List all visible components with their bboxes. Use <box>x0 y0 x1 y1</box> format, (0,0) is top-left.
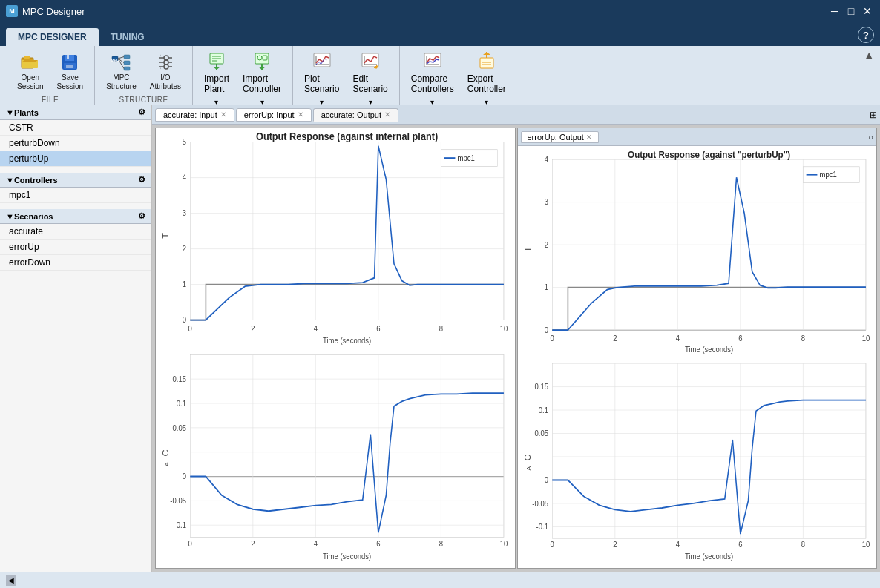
svg-text:0: 0 <box>544 326 548 334</box>
svg-text:4: 4 <box>544 155 548 164</box>
io-attributes-label: I/OAttributes <box>150 73 181 91</box>
svg-text:8: 8 <box>801 540 805 549</box>
svg-point-20 <box>164 60 168 65</box>
left-tab-errorup-input[interactable]: errorUp: Input ✕ <box>236 108 312 122</box>
structure-buttons: MPC MPCStructure <box>101 49 186 94</box>
svg-text:-0.05: -0.05 <box>170 496 186 505</box>
svg-text:0: 0 <box>183 316 186 325</box>
svg-text:6: 6 <box>738 540 743 549</box>
open-session-button[interactable]: OpenSession <box>12 49 49 94</box>
import-controller-split: ImportController ▾ <box>237 49 286 107</box>
tab-tuning[interactable]: TUNING <box>99 28 157 46</box>
plants-section-arrow: ▼ <box>6 108 14 117</box>
io-attributes-button[interactable]: ↑ ↓ I/OAttributes <box>145 49 186 94</box>
close-accurate-output[interactable]: ✕ <box>384 110 390 119</box>
plants-section-label: Plants <box>14 108 39 117</box>
svg-line-15 <box>118 59 124 69</box>
sidebar-item-errordown[interactable]: errorDown <box>0 255 151 271</box>
svg-text:1: 1 <box>183 280 186 289</box>
sidebar-item-mpc1[interactable]: mpc1 <box>0 188 151 203</box>
controllers-section-header[interactable]: ▼ Controllers ⚙ <box>0 173 151 188</box>
app-icon: M <box>6 5 18 17</box>
close-errorup-input[interactable]: ✕ <box>298 110 303 119</box>
svg-rect-131 <box>552 363 866 538</box>
controllers-section-arrow: ▼ <box>6 176 14 185</box>
svg-text:6: 6 <box>738 334 743 343</box>
svg-text:A: A <box>163 461 169 466</box>
svg-text:0: 0 <box>183 472 186 480</box>
save-session-label: SaveSession <box>57 73 84 91</box>
svg-text:0: 0 <box>550 540 554 549</box>
spacer2 <box>0 203 151 209</box>
toolbar-expand-button[interactable]: ▲ <box>864 49 874 61</box>
edit-scenario-button[interactable]: EditScenario <box>347 49 393 97</box>
svg-text:A: A <box>525 466 531 470</box>
svg-rect-11 <box>124 61 130 65</box>
save-icon <box>59 52 80 73</box>
right-tab-errorup-output[interactable]: errorUp: Output ✕ <box>521 131 599 143</box>
compare-controllers-button[interactable]: CompareControllers <box>406 49 459 97</box>
svg-text:3: 3 <box>183 209 186 218</box>
tab-mpc-designer[interactable]: MPC DESIGNER <box>6 28 99 46</box>
import-controller-button[interactable]: ImportController <box>237 49 286 97</box>
tab-bar-actions: ⊞ <box>870 110 877 120</box>
close-right-tab[interactable]: ✕ <box>586 133 592 141</box>
left-tab-accurate-output[interactable]: accurate: Output ✕ <box>313 108 398 122</box>
svg-text:2: 2 <box>251 539 255 548</box>
import-buttons: ImportPlant ▾ ImportControl <box>199 49 286 107</box>
svg-text:3: 3 <box>544 197 548 206</box>
sidebar-item-cstr[interactable]: CSTR <box>0 120 151 136</box>
svg-text:0.1: 0.1 <box>538 406 548 414</box>
svg-text:4: 4 <box>675 540 680 549</box>
tab-bar-menu-button[interactable]: ⊞ <box>870 110 877 120</box>
main-toolbar: OpenSession SaveSession FILE MPC <box>0 46 880 105</box>
svg-text:4: 4 <box>183 174 186 182</box>
mpc-structure-button[interactable]: MPC MPCStructure <box>101 49 142 94</box>
svg-text:2: 2 <box>613 334 617 343</box>
right-panel-menu[interactable]: ○ <box>868 133 873 142</box>
scenarios-section-gear[interactable]: ⚙ <box>138 211 145 221</box>
plot-scenario-button[interactable]: PlotScenario <box>299 49 344 97</box>
controllers-section-gear[interactable]: ⚙ <box>138 175 145 185</box>
export-controller-button[interactable]: ExportController <box>462 49 511 97</box>
plants-section-gear[interactable]: ⚙ <box>138 108 145 117</box>
import-controller-icon <box>252 52 272 73</box>
mpc-structure-icon: MPC <box>111 52 131 73</box>
spacer1 <box>0 167 151 173</box>
sidebar-item-errorup[interactable]: errorUp <box>0 240 151 255</box>
scenario-buttons: PlotScenario ▾ <box>299 49 393 107</box>
svg-text:4: 4 <box>314 324 318 333</box>
svg-text:0.05: 0.05 <box>172 423 186 432</box>
right-top-chart: Output Response (against "perturbUp") <box>521 151 874 357</box>
plants-section-header[interactable]: ▼ Plants ⚙ <box>0 105 151 120</box>
svg-text:2: 2 <box>544 240 548 249</box>
sidebar-item-perturbup[interactable]: perturbUp <box>0 151 151 167</box>
svg-text:10: 10 <box>861 540 870 549</box>
svg-text:↑: ↑ <box>160 53 161 57</box>
import-plant-button[interactable]: ImportPlant <box>199 49 234 97</box>
svg-text:0.05: 0.05 <box>534 429 548 437</box>
scenarios-section-header[interactable]: ▼ Scenarios ⚙ <box>0 209 151 224</box>
svg-rect-10 <box>124 55 130 59</box>
export-controller-label: ExportController <box>467 73 506 94</box>
tab-label-errorup-input: errorUp: Input <box>244 110 295 119</box>
minimize-button[interactable]: ─ <box>828 4 841 18</box>
status-scroll-left[interactable]: ◀ <box>6 575 16 586</box>
plot-scenario-icon <box>312 52 332 73</box>
close-accurate-input[interactable]: ✕ <box>220 110 226 119</box>
save-session-button[interactable]: SaveSession <box>52 49 89 94</box>
maximize-button[interactable]: □ <box>844 4 858 18</box>
tab-label-accurate-output: accurate: Output <box>321 110 381 119</box>
svg-rect-1 <box>24 56 30 59</box>
sidebar-item-accurate[interactable]: accurate <box>0 224 151 240</box>
left-tab-accurate-input[interactable]: accurate: Input ✕ <box>155 108 234 122</box>
svg-text:C: C <box>523 454 531 460</box>
svg-text:0.15: 0.15 <box>534 382 548 391</box>
status-bar: ◀ <box>0 572 880 588</box>
svg-text:T: T <box>523 246 531 251</box>
title-bar-controls: ─ □ ✕ <box>828 4 874 18</box>
svg-text:8: 8 <box>801 334 805 343</box>
close-button[interactable]: ✕ <box>861 4 874 18</box>
help-button[interactable]: ? <box>858 27 874 43</box>
sidebar-item-perturbdown[interactable]: perturbDown <box>0 136 151 151</box>
